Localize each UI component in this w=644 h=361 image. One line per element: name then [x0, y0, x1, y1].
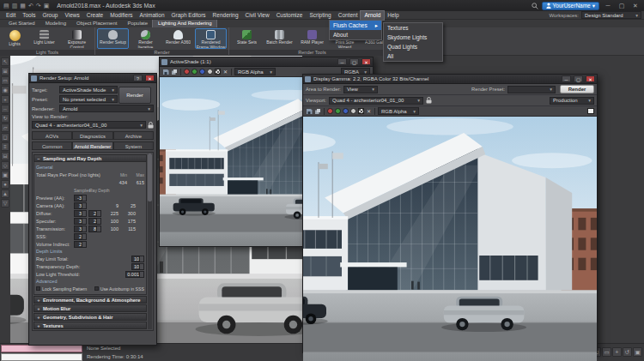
lock-icon[interactable]	[148, 122, 154, 129]
rendered-frame-window-button[interactable]: Rendered Frame Window	[195, 28, 227, 49]
render-setup-button[interactable]: Render Setup	[97, 28, 129, 49]
tab-system[interactable]: System	[113, 141, 154, 150]
activeshade-close-button[interactable]: ✕	[361, 58, 371, 65]
submenu-item-quad-lights[interactable]: Quad Lights	[384, 42, 442, 51]
save-image-icon[interactable]	[162, 69, 169, 75]
ribbon-tab-object-placement[interactable]: Object Placement	[71, 20, 122, 27]
group-label-render-tools[interactable]: Render Tools	[229, 50, 395, 56]
samples-spinner[interactable]: 2	[74, 241, 87, 248]
channel-display-dropdown[interactable]: RGB Alpha ▾	[378, 107, 419, 115]
blue-channel-button[interactable]	[199, 69, 205, 75]
view-to-render-dropdown[interactable]: Quad 4 - archexterior04_01_00 ▾	[32, 121, 146, 129]
scrollbar[interactable]	[148, 153, 152, 329]
scale-icon[interactable]: ↻	[1, 114, 9, 123]
menu-animation[interactable]: Animation	[137, 11, 168, 20]
menu-item-flush-caches[interactable]: Flush Caches ▸	[330, 21, 381, 30]
lock-icon[interactable]	[426, 97, 432, 104]
activeshade-titlebar[interactable]: ActiveShade (1:1) ─ ▢ ✕	[160, 57, 373, 67]
minimize-button[interactable]: ─	[603, 3, 613, 9]
percent-snap-icon[interactable]: ≡	[1, 142, 9, 151]
curve-editor-icon[interactable]: ●	[1, 180, 9, 189]
rfw-render-canvas[interactable]	[303, 117, 597, 361]
depth-spinner[interactable]: 2	[88, 218, 101, 225]
render-a360-button[interactable]: Render A360	[162, 28, 194, 49]
lock-sampling-pattern-checkbox[interactable]	[36, 286, 40, 291]
render-iterative-button[interactable]: Render Iterative	[130, 28, 161, 49]
mono-channel-button[interactable]	[207, 69, 213, 75]
alpha-channel-button[interactable]	[358, 108, 364, 114]
selection-region-icon[interactable]: ▭	[1, 76, 9, 85]
mono-channel-button[interactable]	[350, 108, 356, 114]
menu-modifiers[interactable]: Modifiers	[106, 11, 136, 20]
group-label-light-tools[interactable]: Light Tools	[0, 50, 94, 56]
angle-snap-icon[interactable]: ◻	[1, 133, 9, 141]
ribbon-tab-modeling[interactable]: Modeling	[40, 20, 71, 27]
transparency-depth-spinner[interactable]: 10	[131, 263, 144, 270]
selection-filter-icon[interactable]: ◉	[1, 86, 9, 94]
scrollbar-thumb[interactable]	[148, 153, 152, 202]
submenu-item-textures[interactable]: Textures	[384, 23, 442, 33]
tab-archive[interactable]: Archive	[113, 131, 154, 140]
rollout-sampling-header[interactable]: − Sampling and Ray Depth	[33, 154, 147, 162]
menu-civil-view[interactable]: Civil View	[242, 11, 273, 20]
ray-limit-total-spinner[interactable]: 10	[131, 256, 144, 262]
clone-icon[interactable]	[171, 69, 178, 75]
menu-item-about[interactable]: About	[330, 30, 381, 39]
rfw-close-button[interactable]: ✕	[586, 75, 595, 82]
schematic-view-icon[interactable]: ▲	[1, 190, 9, 198]
rotate-icon[interactable]: ↔	[1, 105, 9, 113]
menu-rendering[interactable]: Rendering	[210, 11, 242, 20]
use-autobump-checkbox[interactable]	[94, 286, 99, 291]
tab-aovs[interactable]: AOVs	[32, 131, 72, 140]
area-to-render-dropdown[interactable]: View ▾	[343, 86, 378, 93]
align-icon[interactable]: ◇	[1, 161, 9, 170]
workspaces-dropdown[interactable]: Design Standard ▾	[581, 11, 641, 19]
state-sets-button[interactable]: State Sets	[231, 28, 263, 49]
samples-spinner[interactable]: -3	[74, 195, 87, 202]
orbit-icon[interactable]: ↺	[623, 347, 632, 357]
select-by-name-icon[interactable]: ⊞	[1, 67, 9, 75]
save-image-icon[interactable]	[306, 108, 313, 115]
menu-edit[interactable]: Edit	[3, 11, 19, 20]
target-dropdown[interactable]: ActiveShade Mode ▾	[59, 86, 118, 93]
rfw-titlebar[interactable]: Display Gamma: 2.2, RGBA Color 32 Bits/C…	[303, 75, 597, 84]
rollout-environment-header[interactable]: + Environment, Background & Atmosphere	[33, 296, 147, 304]
menu-create[interactable]: Create	[83, 11, 107, 20]
material-editor-icon[interactable]: ▽	[1, 199, 9, 208]
alpha-channel-button[interactable]	[215, 69, 221, 75]
clone-icon[interactable]	[314, 108, 321, 115]
signin-button[interactable]: YourUserName ▾	[542, 2, 599, 10]
samples-spinner[interactable]: 2	[74, 233, 87, 240]
menu-help[interactable]: Help	[384, 11, 402, 20]
menu-arnold[interactable]: Arnold	[361, 11, 384, 20]
tab-arnold-renderer[interactable]: Arnold Renderer	[72, 141, 112, 150]
clear-button[interactable]: ✕	[222, 69, 228, 75]
blue-channel-button[interactable]	[343, 108, 349, 114]
depth-spinner[interactable]: 8	[88, 226, 101, 232]
low-light-threshold-spinner[interactable]: 0.001	[125, 271, 144, 278]
red-channel-button[interactable]	[184, 69, 190, 75]
redo-icon[interactable]: ↷	[36, 3, 41, 9]
exposure-control-button[interactable]: Exposure Control	[61, 28, 93, 49]
clear-button[interactable]: ✕	[366, 108, 372, 114]
render-mode-dropdown[interactable]: Production ▾	[550, 97, 594, 105]
rollout-geometry-header[interactable]: + Geometry, Subdivision & Hair	[33, 313, 147, 321]
tab-common[interactable]: Common	[32, 141, 72, 150]
menu-tools[interactable]: Tools	[19, 11, 39, 20]
maximize-viewport-icon[interactable]: ▣	[633, 347, 642, 357]
lights-button[interactable]: Lights	[2, 28, 27, 49]
project-folder-icon[interactable]: ▣	[44, 3, 50, 9]
green-channel-button[interactable]	[335, 108, 341, 114]
rfw-maximize-button[interactable]: ▢	[574, 75, 583, 82]
rfw-minimize-button[interactable]: ─	[562, 75, 571, 82]
move-icon[interactable]: +	[1, 95, 9, 104]
zoom-region-icon[interactable]: +	[612, 347, 622, 357]
ribbon-tab-populate[interactable]: Populate	[122, 20, 153, 27]
samples-spinner[interactable]: 3	[74, 226, 87, 232]
ribbon-tab-get-started[interactable]: Get Started	[3, 20, 40, 27]
close-button[interactable]: ✕	[630, 3, 641, 9]
render-preset-dropdown[interactable]: ▾	[507, 86, 556, 93]
light-lister-button[interactable]: Light Lister	[28, 28, 60, 49]
menu-views[interactable]: Views	[61, 11, 82, 20]
activeshade-minimize-button[interactable]: ─	[337, 58, 347, 65]
